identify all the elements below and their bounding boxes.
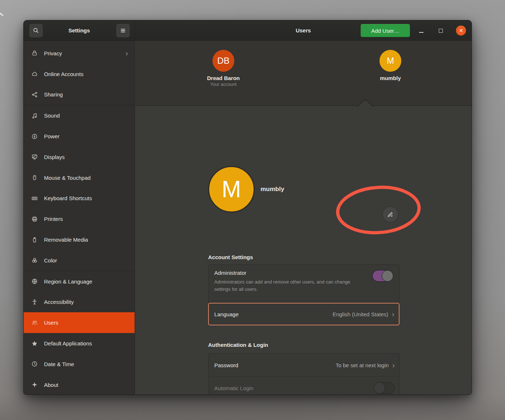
section-heading-auth-login: Authentication & Login — [208, 342, 268, 348]
sidebar-item-label: Displays — [44, 154, 65, 160]
edit-avatar-button[interactable] — [382, 206, 398, 222]
user-carousel: DB Dread Baron Your account M mumbly — [135, 41, 472, 106]
auth-login-group: Password To be set at next login Automat… — [208, 353, 399, 395]
chevron-right-icon — [392, 310, 394, 318]
search-button[interactable] — [29, 23, 43, 38]
clock-icon — [31, 360, 38, 368]
power-circle-icon — [31, 133, 38, 140]
chevron-right-icon — [126, 49, 128, 57]
sidebar-item-label: Color — [44, 257, 57, 264]
search-icon — [33, 27, 39, 34]
cloud-icon — [31, 70, 38, 78]
sidebar-item-default-applications[interactable]: Default Applications — [24, 333, 135, 354]
user-chip-dread-baron[interactable]: DB Dread Baron Your account — [191, 50, 256, 87]
sidebar-item-label: Sound — [44, 112, 60, 119]
toggle-knob — [374, 382, 385, 394]
user-chip-mumbly[interactable]: M mumbly — [358, 50, 423, 81]
sidebar-item-label: Region & Language — [44, 278, 92, 285]
sidebar-item-date-time[interactable]: Date & Time — [24, 354, 135, 375]
sidebar-item-label: Printers — [44, 216, 63, 222]
sidebar-item-label: Date & Time — [44, 361, 74, 367]
sidebar-item-label: Keyboard Shortcuts — [44, 195, 92, 201]
sidebar-header: Settings — [24, 20, 135, 40]
section-heading-account-settings: Account Settings — [208, 254, 253, 260]
hamburger-icon — [120, 27, 126, 34]
close-button[interactable]: ✕ — [456, 25, 466, 36]
close-icon: ✕ — [459, 28, 463, 33]
lock-icon — [31, 49, 38, 57]
sidebar-item-label: Removable Media — [44, 237, 88, 243]
music-note-icon — [31, 112, 38, 119]
sidebar-item-color[interactable]: Color — [24, 250, 135, 271]
administrator-toggle[interactable] — [372, 270, 393, 282]
chevron-right-icon — [392, 361, 395, 369]
language-value: English (United States) — [333, 311, 388, 317]
minimize-icon — [419, 32, 424, 33]
selected-user-caret — [357, 99, 374, 107]
sidebar-item-sound[interactable]: Sound — [24, 105, 135, 126]
minimize-button[interactable] — [418, 27, 425, 34]
language-label: Language — [214, 311, 239, 317]
password-value: To be set at next login — [335, 362, 389, 368]
administrator-row: Administrator Administrators can add and… — [208, 265, 399, 303]
avatar: M — [379, 50, 401, 72]
avatar-initials: M — [387, 56, 394, 66]
sidebar-item-about[interactable]: About — [24, 375, 135, 395]
sidebar-item-users[interactable]: Users — [24, 312, 135, 333]
user-name: Dread Baron — [191, 75, 256, 81]
avatar: DB — [212, 50, 234, 72]
automatic-login-toggle — [374, 382, 395, 394]
user-detail-panel: M mumbly Account Settings Administrator … — [135, 106, 472, 395]
language-row[interactable]: Language English (United States) — [208, 303, 399, 325]
add-user-button[interactable]: Add User… — [361, 24, 410, 37]
menu-button[interactable] — [116, 23, 130, 38]
sidebar-item-label: Sharing — [44, 91, 63, 98]
sidebar-item-accessibility[interactable]: Accessibility — [24, 292, 135, 313]
pencil-icon — [387, 211, 394, 218]
maximize-button[interactable] — [437, 27, 444, 34]
user-avatar-large: M — [208, 166, 255, 213]
sidebar-item-keyboard-shortcuts[interactable]: Keyboard Shortcuts — [24, 188, 135, 209]
globe-icon — [31, 278, 38, 285]
sidebar-item-label: Default Applications — [44, 340, 92, 346]
avatar-initial: M — [222, 176, 241, 203]
sidebar-item-printers[interactable]: Printers — [24, 209, 135, 229]
sidebar-item-privacy[interactable]: Privacy — [24, 43, 135, 64]
printer-icon — [31, 215, 38, 223]
app-title: Settings — [68, 27, 90, 33]
sidebar-item-sharing[interactable]: Sharing — [24, 84, 135, 105]
color-circles-icon — [31, 257, 38, 264]
sidebar-item-label: Users — [44, 320, 58, 326]
sidebar-item-online-accounts[interactable]: Online Accounts — [24, 64, 135, 84]
sidebar-item-label: Online Accounts — [44, 71, 83, 77]
administrator-label: Administrator — [214, 270, 393, 276]
sidebar-item-displays[interactable]: Displays — [24, 147, 135, 167]
star-icon — [31, 340, 38, 347]
sidebar-item-region-language[interactable]: Region & Language — [24, 271, 135, 292]
keyboard-icon — [31, 195, 38, 202]
main-header: Users Add User… ✕ — [135, 20, 472, 40]
wallpaper-artifact — [0, 13, 4, 16]
password-row[interactable]: Password To be set at next login — [208, 354, 399, 377]
sidebar-item-label: Accessibility — [44, 299, 74, 305]
flash-drive-icon — [31, 236, 38, 243]
administrator-description: Administrators can add and remove other … — [214, 278, 352, 293]
titlebar: Settings Users Add User… ✕ — [24, 20, 472, 41]
sidebar-item-removable-media[interactable]: Removable Media — [24, 229, 135, 250]
password-label: Password — [214, 362, 238, 368]
user-name: mumbly — [358, 75, 423, 81]
automatic-login-label: Automatic Login — [214, 385, 254, 391]
sidebar-item-label: Privacy — [44, 50, 62, 56]
sidebar-item-mouse-touchpad[interactable]: Mouse & Touchpad — [24, 167, 135, 188]
person-icon — [31, 298, 38, 306]
user-subtitle: Your account — [191, 82, 256, 87]
sidebar-item-power[interactable]: Power — [24, 126, 135, 147]
avatar-initials: DB — [217, 56, 229, 66]
settings-window: Settings Users Add User… ✕ Privacy Onlin… — [23, 20, 472, 395]
two-users-icon — [31, 319, 38, 326]
share-nodes-icon — [31, 91, 38, 98]
mouse-icon — [31, 174, 38, 181]
sidebar: Privacy Online Accounts Sharing Sound Po… — [24, 41, 135, 395]
toggle-knob — [382, 270, 393, 282]
monitor-icon — [31, 153, 38, 161]
